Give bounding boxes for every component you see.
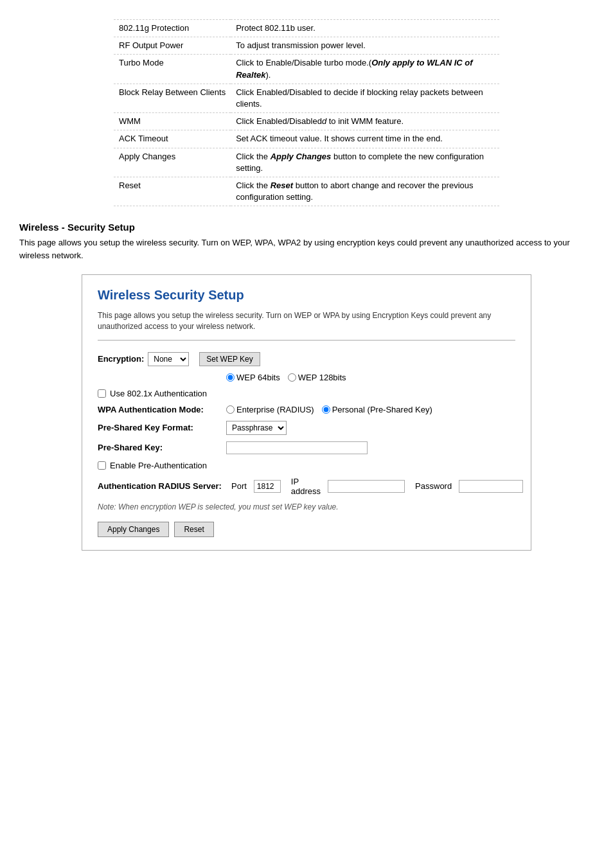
passphrase-select[interactable]: Passphrase Hex <box>226 421 287 435</box>
table-cell-label: RF Output Power <box>114 37 231 55</box>
table-row: ResetClick the Reset button to abort cha… <box>114 177 499 206</box>
personal-option[interactable]: Personal (Pre-Shared Key) <box>322 405 432 414</box>
pre-shared-key-row: Pre-Shared Key: <box>98 441 515 454</box>
divider <box>98 340 515 341</box>
button-row: Apply Changes Reset <box>98 522 515 537</box>
table-cell-description: To adjust transmission power level. <box>231 37 499 55</box>
section-title: Wireless - Security Setup <box>19 222 594 233</box>
table-cell-label: ACK Timeout <box>114 130 231 148</box>
set-wep-key-button[interactable]: Set WEP Key <box>199 352 260 366</box>
table-cell-label: Reset <box>114 177 231 206</box>
enterprise-label: Enterprise (RADIUS) <box>236 405 314 414</box>
table-row: Block Relay Between ClientsClick Enabled… <box>114 84 499 112</box>
radius-password-input[interactable] <box>459 480 523 493</box>
password-label: Password <box>415 481 452 491</box>
table-cell-description: Set ACK timeout value. It shows current … <box>231 130 499 148</box>
wep-bits-row: WEP 64bits WEP 128bits <box>98 373 515 382</box>
table-cell-label: Block Relay Between Clients <box>114 84 231 112</box>
table-row: WMMClick Enabled/Disabledd to init WMM f… <box>114 113 499 130</box>
info-table: 802.11g ProtectionProtect 802.11b user.R… <box>114 19 499 206</box>
security-box-description: This page allows you setup the wireless … <box>98 310 515 332</box>
wep-64bits-radio[interactable] <box>226 373 235 382</box>
encryption-select[interactable]: None WEP WPA WPA2 <box>148 352 189 366</box>
use-8021x-checkbox[interactable] <box>98 389 106 398</box>
radius-server-row: Authentication RADIUS Server: Port IP ad… <box>98 477 515 496</box>
table-cell-label: 802.11g Protection <box>114 20 231 37</box>
table-cell-description: Protect 802.11b user. <box>231 20 499 37</box>
table-row: Apply ChangesClick the Apply Changes but… <box>114 148 499 177</box>
table-cell-description: Click to Enable/Disable turbo mode.(Only… <box>231 55 499 84</box>
wep-bits-group: WEP 64bits WEP 128bits <box>226 373 346 382</box>
table-row: 802.11g ProtectionProtect 802.11b user. <box>114 20 499 37</box>
table-cell-label: WMM <box>114 113 231 130</box>
security-box-title: Wireless Security Setup <box>98 288 515 303</box>
pre-shared-key-label: Pre-Shared Key: <box>98 443 226 452</box>
pre-shared-key-format-label: Pre-Shared Key Format: <box>98 423 226 432</box>
enable-pre-auth-label: Enable Pre-Authentication <box>110 461 207 470</box>
note-text: Note: When encryption WEP is selected, y… <box>98 502 515 511</box>
pre-shared-key-format-row: Pre-Shared Key Format: Passphrase Hex <box>98 421 515 435</box>
wep-64bits-label: WEP 64bits <box>236 373 280 382</box>
table-row: Turbo ModeClick to Enable/Disable turbo … <box>114 55 499 84</box>
table-row: ACK TimeoutSet ACK timeout value. It sho… <box>114 130 499 148</box>
reset-button[interactable]: Reset <box>174 522 213 537</box>
table-cell-label: Turbo Mode <box>114 55 231 84</box>
wep-128bits-label: WEP 128bits <box>298 373 346 382</box>
radius-port-input[interactable] <box>254 480 281 493</box>
port-label: Port <box>231 481 247 491</box>
table-cell-description: Click Enabled/Disabled to decide if bloc… <box>231 84 499 112</box>
radius-server-label: Authentication RADIUS Server: <box>98 481 226 491</box>
ip-address-label: IP address <box>291 477 321 496</box>
wep-128bits-radio[interactable] <box>288 373 296 382</box>
enterprise-option[interactable]: Enterprise (RADIUS) <box>226 405 314 414</box>
encryption-row: Encryption: None WEP WPA WPA2 Set WEP Ke… <box>98 352 515 366</box>
wpa-auth-mode-row: WPA Authentication Mode: Enterprise (RAD… <box>98 405 515 414</box>
personal-label: Personal (Pre-Shared Key) <box>332 405 432 414</box>
wep-64bits-option[interactable]: WEP 64bits <box>226 373 280 382</box>
enable-pre-auth-row: Enable Pre-Authentication <box>98 461 515 470</box>
table-cell-label: Apply Changes <box>114 148 231 177</box>
apply-changes-button[interactable]: Apply Changes <box>98 522 169 537</box>
use-8021x-label: Use 802.1x Authentication <box>110 389 207 398</box>
table-cell-description: Click the Apply Changes button to comple… <box>231 148 499 177</box>
enable-pre-auth-checkbox[interactable] <box>98 461 106 470</box>
table-cell-description: Click the Reset button to abort change a… <box>231 177 499 206</box>
wpa-auth-mode-group: Enterprise (RADIUS) Personal (Pre-Shared… <box>226 405 432 414</box>
radius-ip-input[interactable] <box>328 480 405 493</box>
table-row: RF Output PowerTo adjust transmission po… <box>114 37 499 55</box>
section-description: This page allows you setup the wireless … <box>19 236 594 261</box>
enterprise-radio[interactable] <box>226 405 235 414</box>
encryption-label: Encryption: <box>98 354 144 364</box>
wpa-auth-mode-label: WPA Authentication Mode: <box>98 405 226 414</box>
table-cell-description: Click Enabled/Disabledd to init WMM feat… <box>231 113 499 130</box>
pre-shared-key-input[interactable] <box>226 441 368 454</box>
wep-128bits-option[interactable]: WEP 128bits <box>288 373 346 382</box>
use-8021x-row: Use 802.1x Authentication <box>98 389 515 398</box>
personal-radio[interactable] <box>322 405 330 414</box>
security-setup-box: Wireless Security Setup This page allows… <box>82 274 531 551</box>
